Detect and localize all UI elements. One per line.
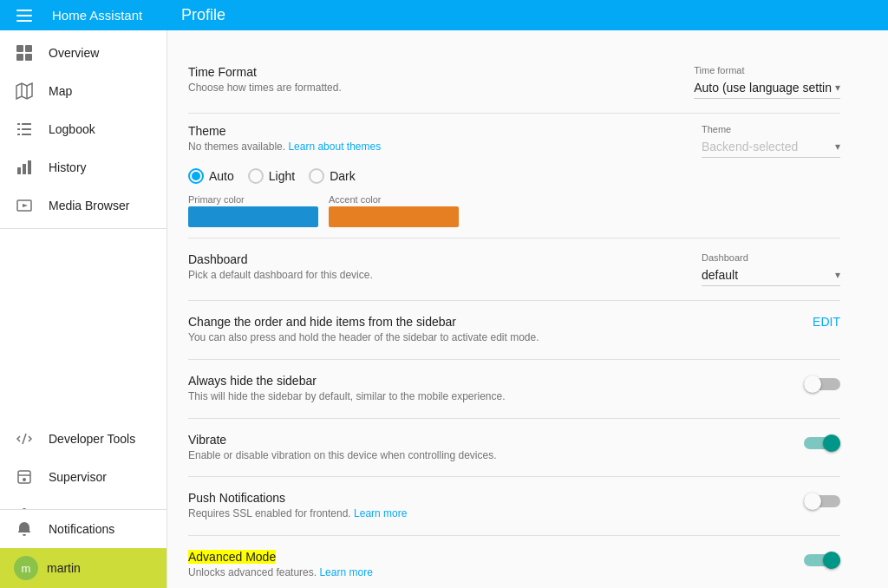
radio-dark-circle [309, 168, 324, 184]
profile-content: Time Format Choose how times are formatt… [167, 30, 861, 588]
always-hide-sidebar-row: Always hide the sidebar This will hide t… [188, 360, 840, 419]
sidebar-order-title: Change the order and hide items from the… [188, 315, 799, 329]
radio-auto-label: Auto [209, 169, 234, 183]
radio-dark-label: Dark [330, 169, 356, 183]
advanced-mode-control [804, 550, 840, 571]
always-hide-sidebar-toggle[interactable] [804, 374, 840, 395]
time-format-select[interactable]: Auto (use language settin ▾ [694, 77, 840, 99]
main-layout: Overview Map [0, 30, 888, 588]
svg-point-23 [23, 478, 26, 481]
push-notifications-control [804, 491, 840, 512]
page-title: Profile [167, 6, 888, 24]
dashboard-control: Dashboard default ▾ [702, 252, 840, 286]
svg-rect-3 [16, 45, 23, 52]
bell-icon [14, 519, 35, 539]
app-name: Home Assistant [49, 8, 167, 23]
dashboard-desc: Pick a default dashboard for this device… [188, 268, 688, 283]
supervisor-icon [14, 467, 35, 487]
sidebar-item-history[interactable]: History [0, 148, 166, 186]
sidebar-order-row: Change the order and hide items from the… [188, 301, 840, 360]
topbar: Home Assistant Profile [0, 0, 888, 30]
primary-color-bar[interactable] [188, 206, 318, 227]
radio-light-label: Light [269, 169, 295, 183]
svg-rect-16 [17, 167, 21, 174]
theme-title: Theme [188, 124, 688, 138]
toggle-thumb [823, 434, 840, 452]
chevron-down-icon: ▾ [835, 269, 840, 281]
time-format-row: Time Format Choose how times are formatt… [188, 51, 840, 114]
vibrate-control [804, 433, 840, 454]
sidebar-item-overview[interactable]: Overview [0, 34, 166, 72]
sidebar-item-supervisor[interactable]: Supervisor [0, 458, 166, 496]
media-icon [14, 195, 35, 216]
map-icon [14, 81, 35, 101]
always-hide-sidebar-desc: This will hide the sidebar by default, s… [188, 389, 790, 404]
dashboard-select-wrapper: Dashboard default ▾ [702, 252, 840, 286]
dashboard-select[interactable]: default ▾ [702, 265, 840, 286]
accent-color-label: Accent color [329, 194, 459, 205]
advanced-mode-desc: Unlocks advanced features. Learn more [188, 565, 790, 580]
svg-rect-12 [17, 128, 20, 130]
theme-control: Theme Backend-selected ▾ [702, 124, 840, 158]
sidebar-item-configuration[interactable]: Configuration [0, 496, 166, 509]
dashboard-select-label: Dashboard [702, 252, 840, 263]
sidebar-label-map: Map [49, 84, 72, 98]
radio-auto-circle [188, 168, 204, 184]
theme-radio-dark[interactable]: Dark [309, 168, 356, 184]
time-format-desc: Choose how times are formatted. [188, 81, 680, 95]
time-format-title: Time Format [188, 65, 680, 79]
dashboard-title: Dashboard [188, 252, 688, 266]
time-format-select-label: Time format [694, 65, 840, 75]
toggle-thumb [804, 376, 821, 393]
user-profile[interactable]: m martin [0, 548, 166, 588]
advanced-mode-highlight: Advanced Mode [188, 550, 276, 564]
menu-button[interactable] [0, 10, 49, 22]
username: martin [47, 561, 81, 575]
sidebar-item-notifications[interactable]: Notifications [0, 510, 166, 548]
theme-info: Theme No themes available. Learn about t… [188, 124, 702, 154]
push-notifications-info: Push Notifications Requires SSL enabled … [188, 491, 804, 521]
edit-sidebar-button[interactable]: EDIT [813, 315, 840, 329]
theme-header: Theme No themes available. Learn about t… [188, 124, 840, 158]
svg-rect-10 [17, 123, 20, 125]
svg-rect-1 [16, 15, 32, 16]
sidebar-item-map[interactable]: Map [0, 72, 166, 110]
dashboard-row: Dashboard Pick a default dashboard for t… [188, 238, 840, 301]
content-area: Time Format Choose how times are formatt… [167, 30, 888, 588]
advanced-mode-toggle[interactable] [804, 550, 840, 571]
theme-select[interactable]: Backend-selected ▾ [702, 136, 840, 158]
sidebar-label-notifications: Notifications [49, 522, 114, 536]
sidebar-item-developer-tools[interactable]: Developer Tools [0, 420, 166, 458]
theme-desc: No themes available. Learn about themes [188, 140, 688, 154]
sidebar-item-media-browser[interactable]: Media Browser [0, 186, 166, 225]
sidebar-order-info: Change the order and hide items from the… [188, 315, 813, 345]
push-notifications-toggle[interactable] [804, 491, 840, 512]
toggle-thumb [804, 493, 821, 510]
svg-marker-7 [16, 83, 32, 99]
advanced-mode-title: Advanced Mode [188, 550, 790, 564]
advanced-mode-row: Advanced Mode Unlocks advanced features.… [188, 536, 840, 588]
primary-color-label: Primary color [188, 194, 318, 205]
sidebar-label-media-browser: Media Browser [49, 199, 129, 212]
primary-color-group: Primary color [188, 194, 318, 227]
vibrate-title: Vibrate [188, 433, 790, 447]
sidebar-item-logbook[interactable]: Logbook [0, 110, 166, 148]
svg-rect-15 [22, 134, 31, 135]
svg-rect-0 [16, 10, 32, 11]
theme-radio-light[interactable]: Light [248, 168, 295, 184]
svg-rect-4 [25, 45, 32, 52]
always-hide-sidebar-title: Always hide the sidebar [188, 374, 790, 388]
radio-light-circle [248, 168, 264, 184]
advanced-mode-learn-link[interactable]: Learn more [319, 566, 372, 578]
sidebar-label-overview: Overview [49, 46, 99, 60]
sidebar-bottom: Notifications m martin [0, 509, 166, 588]
push-notifications-row: Push Notifications Requires SSL enabled … [188, 477, 840, 536]
always-hide-sidebar-info: Always hide the sidebar This will hide t… [188, 374, 804, 404]
accent-color-bar[interactable] [329, 206, 459, 227]
theme-learn-link[interactable]: Learn about themes [288, 140, 381, 153]
svg-rect-5 [16, 54, 23, 61]
push-notifications-learn-link[interactable]: Learn more [354, 507, 407, 519]
theme-radio-auto[interactable]: Auto [188, 168, 234, 184]
vibrate-toggle[interactable] [804, 433, 840, 454]
chevron-down-icon: ▾ [835, 82, 840, 94]
